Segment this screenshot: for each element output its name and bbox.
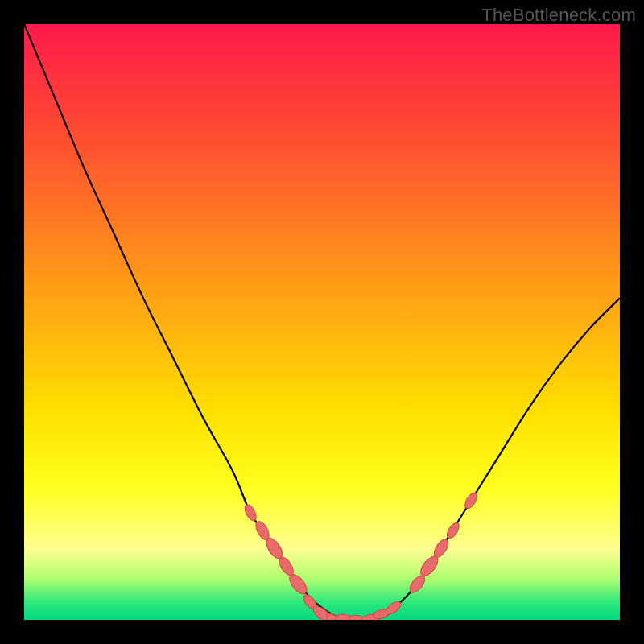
bottleneck-curve [24, 24, 620, 620]
watermark-text: TheBottleneck.com [481, 5, 636, 26]
marker-group [242, 491, 479, 620]
marker [242, 503, 258, 522]
plot-area [24, 24, 620, 620]
chart-frame: TheBottleneck.com [0, 0, 644, 644]
chart-svg [24, 24, 620, 620]
marker [463, 491, 480, 510]
